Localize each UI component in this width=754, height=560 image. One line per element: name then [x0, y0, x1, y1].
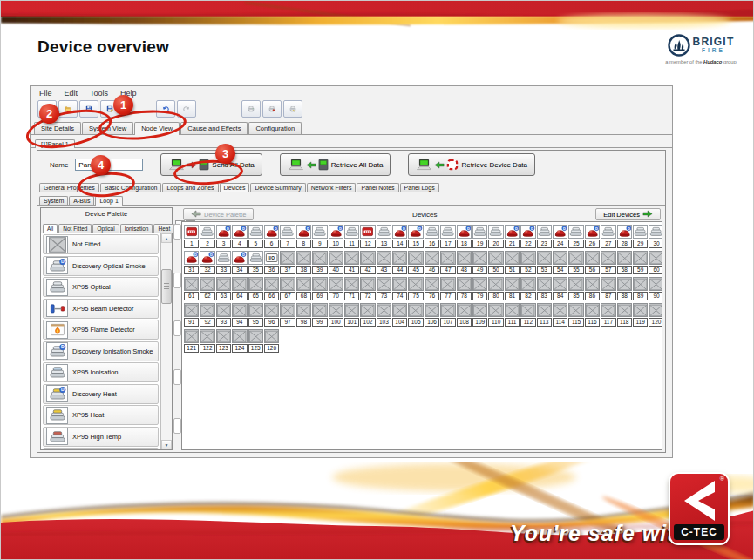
palette-tab-optical[interactable]: Optical [92, 224, 119, 233]
device-number-cell[interactable]: 16 [425, 240, 439, 248]
device-cell[interactable] [472, 225, 487, 239]
device-cell[interactable] [360, 225, 375, 239]
device-number-cell[interactable]: 79 [472, 292, 487, 300]
device-number-cell[interactable]: 31 [184, 266, 199, 274]
device-cell[interactable]: D [505, 225, 520, 239]
device-cell[interactable] [280, 251, 295, 265]
device-cell[interactable]: D [232, 225, 247, 239]
device-cell[interactable] [601, 277, 615, 291]
device-number-cell[interactable]: 44 [392, 266, 407, 274]
device-cell[interactable] [377, 277, 391, 291]
device-number-cell[interactable]: 65 [248, 292, 263, 300]
device-cell[interactable] [312, 303, 327, 317]
device-number-cell[interactable]: 82 [520, 292, 535, 300]
device-cell[interactable] [264, 329, 279, 343]
device-cell[interactable] [232, 329, 247, 343]
device-number-cell[interactable]: 83 [537, 292, 552, 300]
device-number-cell[interactable]: 64 [232, 292, 247, 300]
menu-tools[interactable]: Tools [85, 88, 113, 98]
device-number-cell[interactable]: 122 [200, 344, 214, 353]
device-number-cell[interactable]: 74 [392, 292, 407, 300]
device-cell[interactable] [553, 277, 567, 291]
device-number-cell[interactable]: 80 [488, 292, 503, 300]
device-number-cell[interactable]: 52 [520, 266, 535, 274]
device-number-cell[interactable]: 126 [264, 344, 279, 353]
palette-tab-all[interactable]: All [43, 224, 58, 233]
device-cell[interactable]: D [617, 225, 632, 239]
device-cell[interactable] [200, 303, 214, 317]
palette-tab-ionisation[interactable]: Ionisation [120, 224, 153, 233]
device-cell[interactable] [601, 303, 615, 317]
palette-item-discovery-sounder-beacon[interactable]: DDiscovery Sounder Beacon [43, 448, 159, 449]
device-cell[interactable] [248, 329, 263, 343]
device-cell[interactable] [312, 251, 327, 265]
device-number-cell[interactable]: 70 [329, 292, 343, 300]
device-number-cell[interactable]: 38 [296, 266, 311, 274]
tab-cause-and-effects[interactable]: Cause and Effects [180, 122, 248, 134]
device-number-cell[interactable]: 6 [264, 240, 279, 248]
device-number-cell[interactable]: 35 [248, 266, 263, 274]
device-cell[interactable] [408, 277, 423, 291]
device-number-cell[interactable]: 98 [296, 318, 311, 327]
device-cell[interactable] [216, 277, 231, 291]
device-number-cell[interactable]: 25 [568, 240, 583, 248]
palette-tab-heat[interactable]: Heat [153, 224, 174, 233]
print-preview-icon[interactable] [262, 100, 282, 118]
device-number-cell[interactable]: 89 [633, 292, 648, 300]
device-cell[interactable] [488, 225, 503, 239]
device-number-cell[interactable]: 41 [344, 266, 359, 274]
device-number-cell[interactable]: 109 [472, 318, 487, 327]
device-cell[interactable] [649, 303, 662, 317]
device-cell[interactable] [520, 303, 535, 317]
device-cell[interactable] [472, 251, 487, 265]
device-number-cell[interactable]: 69 [312, 292, 327, 300]
palette-item-xp95-optical[interactable]: XP95 Optical [43, 277, 159, 297]
device-cell[interactable] [585, 277, 600, 291]
device-number-cell[interactable]: 39 [312, 266, 327, 274]
device-cell[interactable] [312, 225, 327, 239]
device-cell[interactable] [537, 251, 552, 265]
device-cell[interactable] [184, 277, 199, 291]
tab-devices[interactable]: Devices [220, 183, 250, 192]
device-number-cell[interactable]: 81 [505, 292, 520, 300]
tab-system[interactable]: System [39, 196, 68, 205]
device-cell[interactable] [440, 277, 455, 291]
device-number-cell[interactable]: 53 [537, 266, 552, 274]
device-cell[interactable] [296, 251, 311, 265]
device-number-cell[interactable]: 88 [617, 292, 632, 300]
device-cell[interactable] [472, 277, 487, 291]
device-number-cell[interactable]: 99 [312, 318, 327, 327]
device-number-cell[interactable]: 4 [232, 240, 247, 248]
device-cell[interactable] [457, 303, 472, 317]
device-number-cell[interactable]: 15 [408, 240, 423, 248]
device-number-cell[interactable]: 85 [568, 292, 583, 300]
edit-devices-button[interactable]: Edit Devices [595, 208, 661, 220]
device-number-cell[interactable]: 92 [200, 318, 214, 327]
device-number-cell[interactable]: 118 [617, 318, 632, 327]
scroll-up-icon[interactable]: ▲ [161, 233, 172, 243]
device-cell[interactable] [248, 277, 263, 291]
device-cell[interactable] [537, 303, 552, 317]
device-cell[interactable] [585, 251, 600, 265]
device-cell[interactable] [296, 277, 311, 291]
device-cell[interactable] [649, 251, 662, 265]
device-number-cell[interactable]: 112 [520, 318, 535, 327]
device-cell[interactable] [312, 277, 327, 291]
palette-item-xp95-beam-detector[interactable]: XP95 Beam Detector [43, 299, 159, 319]
device-cell[interactable] [568, 277, 583, 291]
device-number-cell[interactable]: 125 [248, 344, 263, 353]
retrieve-all-data-button[interactable]: Retrieve All Data [280, 153, 391, 176]
device-palette-toggle-button[interactable]: Device Palette [183, 208, 254, 220]
device-number-cell[interactable]: 115 [568, 318, 583, 327]
device-cell[interactable] [360, 277, 375, 291]
device-cell[interactable]: I/O [264, 251, 279, 265]
device-number-cell[interactable]: 111 [505, 318, 520, 327]
device-number-cell[interactable]: 96 [264, 318, 279, 327]
device-number-cell[interactable]: 87 [601, 292, 615, 300]
device-number-cell[interactable]: 49 [472, 266, 487, 274]
menu-file[interactable]: File [34, 88, 58, 98]
device-number-cell[interactable]: 120 [649, 318, 662, 327]
device-number-cell[interactable]: 47 [440, 266, 455, 274]
device-number-cell[interactable]: 9 [312, 240, 327, 248]
device-number-cell[interactable]: 114 [553, 318, 567, 327]
